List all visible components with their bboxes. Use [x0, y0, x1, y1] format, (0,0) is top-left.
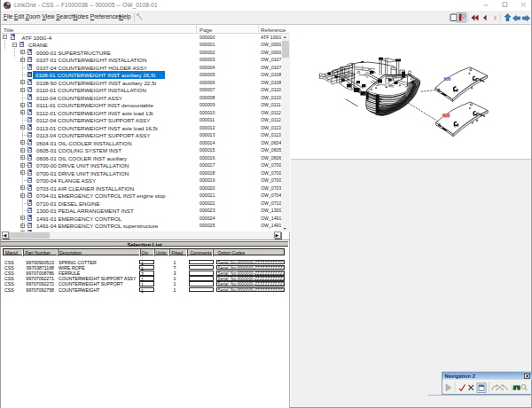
- svg-text:606: 606: [444, 77, 451, 82]
- svg-text:606: 606: [442, 114, 450, 118]
